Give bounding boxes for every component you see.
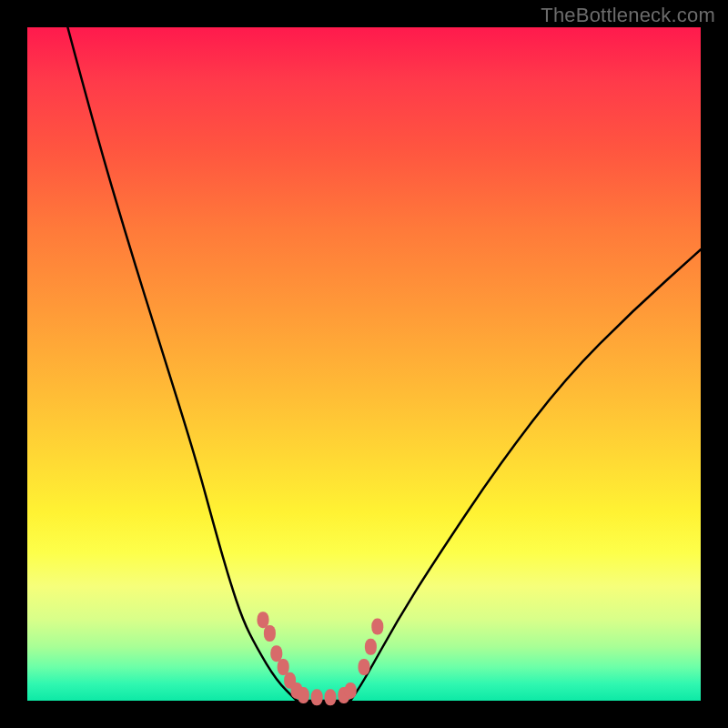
- marker-dot: [278, 659, 289, 675]
- marker-dot: [258, 612, 269, 628]
- marker-dot: [298, 687, 309, 703]
- marker-dot: [359, 659, 370, 675]
- watermark-text: TheBottleneck.com: [541, 4, 715, 27]
- marker-dot: [345, 682, 357, 699]
- marker-dot: [264, 625, 276, 642]
- chart-frame: TheBottleneck.com: [0, 0, 728, 728]
- marker-dot: [311, 689, 323, 705]
- curve-layer: [27, 27, 701, 701]
- marker-dot: [325, 689, 337, 705]
- plot-area: [27, 27, 701, 701]
- marker-dot: [365, 639, 377, 655]
- marker-group: [258, 612, 384, 705]
- marker-dot: [371, 619, 383, 635]
- bottleneck-curve-path: [67, 27, 701, 701]
- marker-dot: [270, 645, 282, 662]
- bottleneck-curve: [67, 27, 701, 701]
